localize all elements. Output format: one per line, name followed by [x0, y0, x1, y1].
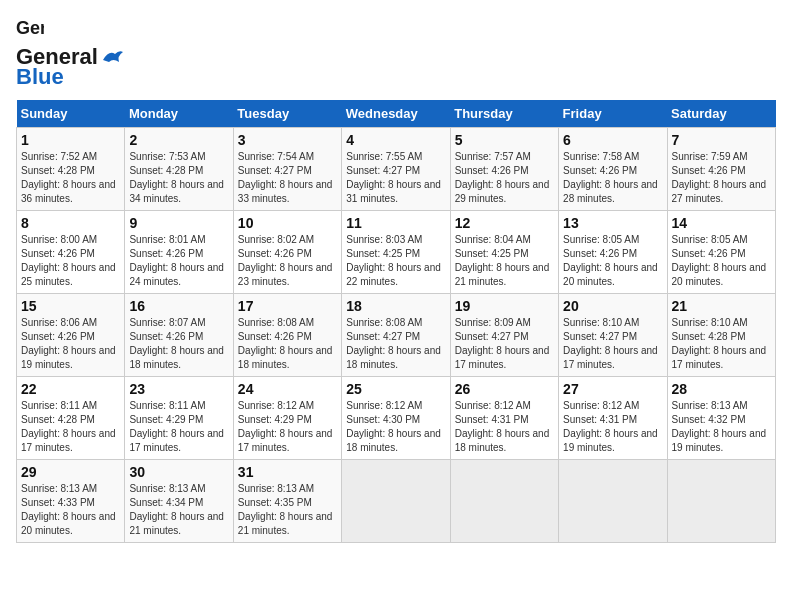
day-info: Sunrise: 8:12 AM Sunset: 4:30 PM Dayligh…	[346, 399, 445, 455]
day-cell: 7 Sunrise: 7:59 AM Sunset: 4:26 PM Dayli…	[667, 128, 775, 211]
day-number: 20	[563, 298, 662, 314]
day-info: Sunrise: 7:55 AM Sunset: 4:27 PM Dayligh…	[346, 150, 445, 206]
day-cell: 9 Sunrise: 8:01 AM Sunset: 4:26 PM Dayli…	[125, 211, 233, 294]
day-cell	[450, 460, 558, 543]
day-cell: 13 Sunrise: 8:05 AM Sunset: 4:26 PM Dayl…	[559, 211, 667, 294]
day-info: Sunrise: 8:05 AM Sunset: 4:26 PM Dayligh…	[563, 233, 662, 289]
day-number: 16	[129, 298, 228, 314]
logo: General General Blue	[16, 16, 123, 90]
svg-text:General: General	[16, 18, 44, 38]
day-info: Sunrise: 7:53 AM Sunset: 4:28 PM Dayligh…	[129, 150, 228, 206]
day-cell: 15 Sunrise: 8:06 AM Sunset: 4:26 PM Dayl…	[17, 294, 125, 377]
day-cell: 1 Sunrise: 7:52 AM Sunset: 4:28 PM Dayli…	[17, 128, 125, 211]
day-info: Sunrise: 8:13 AM Sunset: 4:35 PM Dayligh…	[238, 482, 337, 538]
logo-icon: General	[16, 16, 44, 44]
day-number: 9	[129, 215, 228, 231]
logo-bird-icon	[101, 48, 123, 66]
day-number: 23	[129, 381, 228, 397]
day-cell: 16 Sunrise: 8:07 AM Sunset: 4:26 PM Dayl…	[125, 294, 233, 377]
week-row-1: 1 Sunrise: 7:52 AM Sunset: 4:28 PM Dayli…	[17, 128, 776, 211]
day-cell: 24 Sunrise: 8:12 AM Sunset: 4:29 PM Dayl…	[233, 377, 341, 460]
day-number: 3	[238, 132, 337, 148]
day-info: Sunrise: 8:08 AM Sunset: 4:27 PM Dayligh…	[346, 316, 445, 372]
day-info: Sunrise: 8:05 AM Sunset: 4:26 PM Dayligh…	[672, 233, 771, 289]
week-row-2: 8 Sunrise: 8:00 AM Sunset: 4:26 PM Dayli…	[17, 211, 776, 294]
day-cell: 29 Sunrise: 8:13 AM Sunset: 4:33 PM Dayl…	[17, 460, 125, 543]
day-cell: 22 Sunrise: 8:11 AM Sunset: 4:28 PM Dayl…	[17, 377, 125, 460]
day-number: 5	[455, 132, 554, 148]
day-info: Sunrise: 8:12 AM Sunset: 4:31 PM Dayligh…	[563, 399, 662, 455]
day-info: Sunrise: 8:08 AM Sunset: 4:26 PM Dayligh…	[238, 316, 337, 372]
day-number: 25	[346, 381, 445, 397]
header-sunday: Sunday	[17, 100, 125, 128]
day-number: 28	[672, 381, 771, 397]
day-number: 27	[563, 381, 662, 397]
day-number: 10	[238, 215, 337, 231]
day-info: Sunrise: 7:52 AM Sunset: 4:28 PM Dayligh…	[21, 150, 120, 206]
day-number: 13	[563, 215, 662, 231]
day-cell: 11 Sunrise: 8:03 AM Sunset: 4:25 PM Dayl…	[342, 211, 450, 294]
day-number: 24	[238, 381, 337, 397]
day-number: 8	[21, 215, 120, 231]
day-info: Sunrise: 8:13 AM Sunset: 4:34 PM Dayligh…	[129, 482, 228, 538]
day-cell: 26 Sunrise: 8:12 AM Sunset: 4:31 PM Dayl…	[450, 377, 558, 460]
day-info: Sunrise: 7:57 AM Sunset: 4:26 PM Dayligh…	[455, 150, 554, 206]
day-cell: 30 Sunrise: 8:13 AM Sunset: 4:34 PM Dayl…	[125, 460, 233, 543]
day-cell: 4 Sunrise: 7:55 AM Sunset: 4:27 PM Dayli…	[342, 128, 450, 211]
day-cell: 14 Sunrise: 8:05 AM Sunset: 4:26 PM Dayl…	[667, 211, 775, 294]
day-cell: 2 Sunrise: 7:53 AM Sunset: 4:28 PM Dayli…	[125, 128, 233, 211]
day-number: 6	[563, 132, 662, 148]
day-cell	[559, 460, 667, 543]
week-row-4: 22 Sunrise: 8:11 AM Sunset: 4:28 PM Dayl…	[17, 377, 776, 460]
calendar-header-row: SundayMondayTuesdayWednesdayThursdayFrid…	[17, 100, 776, 128]
day-info: Sunrise: 8:02 AM Sunset: 4:26 PM Dayligh…	[238, 233, 337, 289]
day-info: Sunrise: 8:11 AM Sunset: 4:28 PM Dayligh…	[21, 399, 120, 455]
day-cell: 25 Sunrise: 8:12 AM Sunset: 4:30 PM Dayl…	[342, 377, 450, 460]
day-number: 7	[672, 132, 771, 148]
day-number: 29	[21, 464, 120, 480]
logo-blue: Blue	[16, 64, 64, 90]
day-cell	[342, 460, 450, 543]
day-number: 15	[21, 298, 120, 314]
day-cell: 28 Sunrise: 8:13 AM Sunset: 4:32 PM Dayl…	[667, 377, 775, 460]
header-tuesday: Tuesday	[233, 100, 341, 128]
day-number: 21	[672, 298, 771, 314]
day-cell: 27 Sunrise: 8:12 AM Sunset: 4:31 PM Dayl…	[559, 377, 667, 460]
day-number: 30	[129, 464, 228, 480]
header-friday: Friday	[559, 100, 667, 128]
day-info: Sunrise: 8:01 AM Sunset: 4:26 PM Dayligh…	[129, 233, 228, 289]
day-number: 31	[238, 464, 337, 480]
day-info: Sunrise: 8:00 AM Sunset: 4:26 PM Dayligh…	[21, 233, 120, 289]
day-info: Sunrise: 8:10 AM Sunset: 4:27 PM Dayligh…	[563, 316, 662, 372]
day-number: 11	[346, 215, 445, 231]
header-wednesday: Wednesday	[342, 100, 450, 128]
day-number: 19	[455, 298, 554, 314]
day-number: 12	[455, 215, 554, 231]
day-cell: 5 Sunrise: 7:57 AM Sunset: 4:26 PM Dayli…	[450, 128, 558, 211]
calendar-body: 1 Sunrise: 7:52 AM Sunset: 4:28 PM Dayli…	[17, 128, 776, 543]
day-cell: 21 Sunrise: 8:10 AM Sunset: 4:28 PM Dayl…	[667, 294, 775, 377]
day-info: Sunrise: 8:04 AM Sunset: 4:25 PM Dayligh…	[455, 233, 554, 289]
day-info: Sunrise: 8:13 AM Sunset: 4:32 PM Dayligh…	[672, 399, 771, 455]
day-number: 26	[455, 381, 554, 397]
day-cell: 18 Sunrise: 8:08 AM Sunset: 4:27 PM Dayl…	[342, 294, 450, 377]
day-number: 22	[21, 381, 120, 397]
day-cell: 23 Sunrise: 8:11 AM Sunset: 4:29 PM Dayl…	[125, 377, 233, 460]
day-number: 1	[21, 132, 120, 148]
day-number: 17	[238, 298, 337, 314]
header-thursday: Thursday	[450, 100, 558, 128]
header-monday: Monday	[125, 100, 233, 128]
day-info: Sunrise: 8:03 AM Sunset: 4:25 PM Dayligh…	[346, 233, 445, 289]
calendar-table: SundayMondayTuesdayWednesdayThursdayFrid…	[16, 100, 776, 543]
page-header: General General Blue	[16, 16, 776, 90]
week-row-3: 15 Sunrise: 8:06 AM Sunset: 4:26 PM Dayl…	[17, 294, 776, 377]
day-cell	[667, 460, 775, 543]
day-number: 2	[129, 132, 228, 148]
day-number: 4	[346, 132, 445, 148]
day-cell: 3 Sunrise: 7:54 AM Sunset: 4:27 PM Dayli…	[233, 128, 341, 211]
day-info: Sunrise: 8:13 AM Sunset: 4:33 PM Dayligh…	[21, 482, 120, 538]
header-saturday: Saturday	[667, 100, 775, 128]
day-number: 18	[346, 298, 445, 314]
day-cell: 17 Sunrise: 8:08 AM Sunset: 4:26 PM Dayl…	[233, 294, 341, 377]
day-info: Sunrise: 8:07 AM Sunset: 4:26 PM Dayligh…	[129, 316, 228, 372]
